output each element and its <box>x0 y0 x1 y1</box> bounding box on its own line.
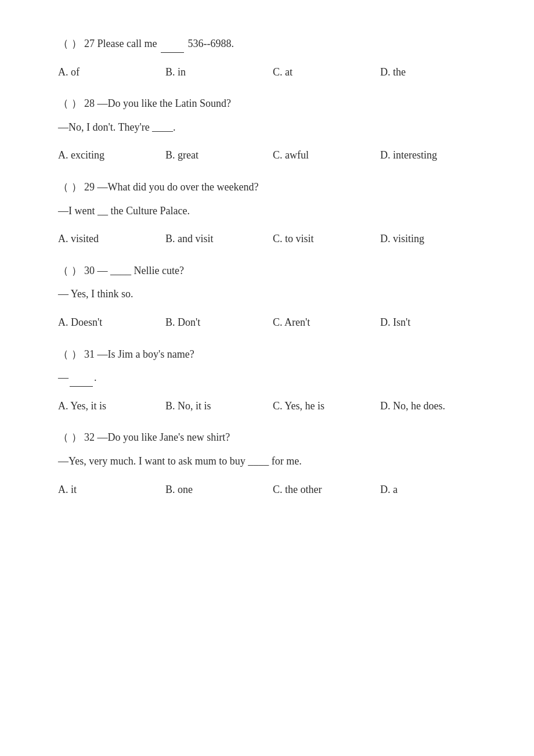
q27-suffix: 536--6988. <box>185 38 234 49</box>
question-27-line: （ ） 27 Please call me 536--6988. <box>58 35 488 53</box>
q31-option-d: D. No, he does. <box>380 397 488 415</box>
q27-option-a: A. of <box>58 63 165 81</box>
q29-option-d-label: D. visiting <box>380 233 424 244</box>
q30-option-a-label: A. Doesn't <box>58 316 102 328</box>
q30-number: 30 <box>84 265 98 276</box>
q27-option-b-label: B. in <box>165 66 186 78</box>
question-29-line: （ ） 29 —What did you do over the weekend… <box>58 178 488 196</box>
q27-bracket: （ ） <box>58 38 82 49</box>
q31-number: 31 <box>84 348 98 360</box>
q31-answer: —. <box>58 369 488 387</box>
q32-option-c: C. the other <box>273 481 380 499</box>
q29-option-c: C. to visit <box>273 230 380 248</box>
q29-number: 29 <box>84 181 98 193</box>
question-31: （ ） 31 —Is Jim a boy's name? —. A. Yes, … <box>58 345 488 415</box>
q31-option-c-label: C. Yes, he is <box>273 400 324 412</box>
q28-options: A. exciting B. great C. awful D. interes… <box>58 146 488 164</box>
q31-period: . <box>94 372 97 383</box>
q31-option-a-label: A. Yes, it is <box>58 400 106 412</box>
q30-option-b-label: B. Don't <box>165 316 200 328</box>
q30-answer-text: — Yes, I think so. <box>58 288 134 300</box>
q29-option-a: A. visited <box>58 230 165 248</box>
q31-option-a: A. Yes, it is <box>58 397 165 415</box>
q27-option-a-label: A. of <box>58 66 80 78</box>
q28-option-d-label: D. interesting <box>380 149 437 161</box>
q29-answer: —I went __ the Culture Palace. <box>58 202 488 220</box>
question-28-line: （ ） 28 —Do you like the Latin Sound? <box>58 95 488 113</box>
q28-text: —Do you like the Latin Sound? <box>98 98 231 109</box>
q31-blank <box>70 386 93 387</box>
question-30: （ ） 30 — ____ Nellie cute? — Yes, I thin… <box>58 262 488 332</box>
q30-answer: — Yes, I think so. <box>58 285 488 303</box>
q29-option-b: B. and visit <box>165 230 273 248</box>
q30-bracket: （ ） <box>58 265 82 276</box>
q32-answer-text: —Yes, very much. I want to ask mum to bu… <box>58 455 302 467</box>
q31-option-b: B. No, it is <box>165 397 273 415</box>
q31-options: A. Yes, it is B. No, it is C. Yes, he is… <box>58 397 488 415</box>
q29-options: A. visited B. and visit C. to visit D. v… <box>58 230 488 248</box>
q30-text: — ____ Nellie cute? <box>98 265 184 276</box>
q32-options: A. it B. one C. the other D. a <box>58 481 488 499</box>
q32-option-d: D. a <box>380 481 488 499</box>
q28-answer-text: —No, I don't. They're ____. <box>58 121 176 133</box>
q27-option-b: B. in <box>165 63 273 81</box>
q32-bracket: （ ） <box>58 431 82 443</box>
question-28: （ ） 28 —Do you like the Latin Sound? —No… <box>58 95 488 164</box>
q29-option-a-label: A. visited <box>58 233 99 244</box>
question-30-line: （ ） 30 — ____ Nellie cute? <box>58 262 488 280</box>
q32-option-a-label: A. it <box>58 484 77 495</box>
q30-option-d: D. Isn't <box>380 314 488 332</box>
q31-option-b-label: B. No, it is <box>165 400 211 412</box>
q28-option-b: B. great <box>165 146 273 164</box>
q28-bracket: （ ） <box>58 98 82 109</box>
q30-option-c-label: C. Aren't <box>273 316 310 328</box>
q32-option-b-label: B. one <box>165 484 193 495</box>
q29-bracket: （ ） <box>58 181 82 193</box>
q31-dash: — <box>58 372 68 383</box>
q29-option-c-label: C. to visit <box>273 233 314 244</box>
question-32-line: （ ） 32 —Do you like Jane's new shirt? <box>58 429 488 447</box>
q30-options: A. Doesn't B. Don't C. Aren't D. Isn't <box>58 314 488 332</box>
q27-option-d: D. the <box>380 63 488 81</box>
q27-option-c: C. at <box>273 63 380 81</box>
question-27: （ ） 27 Please call me 536--6988. A. of B… <box>58 35 488 81</box>
q32-option-a: A. it <box>58 481 165 499</box>
question-32: （ ） 32 —Do you like Jane's new shirt? —Y… <box>58 429 488 498</box>
q29-answer-text: —I went __ the Culture Palace. <box>58 205 190 217</box>
q32-number: 32 <box>84 431 98 443</box>
q32-option-d-label: D. a <box>380 484 398 495</box>
q27-number: 27 <box>84 38 98 49</box>
q27-option-d-label: D. the <box>380 66 406 78</box>
q28-option-d: D. interesting <box>380 146 488 164</box>
q29-text: —What did you do over the weekend? <box>98 181 259 193</box>
q27-text: Please call me <box>98 38 160 49</box>
q31-option-d-label: D. No, he does. <box>380 400 445 412</box>
q27-option-c-label: C. at <box>273 66 293 78</box>
q28-option-a-label: A. exciting <box>58 149 104 161</box>
q28-answer: —No, I don't. They're ____. <box>58 118 488 136</box>
q28-option-c-label: C. awful <box>273 149 309 161</box>
question-31-line: （ ） 31 —Is Jim a boy's name? <box>58 345 488 363</box>
q31-option-c: C. Yes, he is <box>273 397 380 415</box>
q30-option-b: B. Don't <box>165 314 273 332</box>
q30-option-a: A. Doesn't <box>58 314 165 332</box>
q31-text: —Is Jim a boy's name? <box>98 348 194 360</box>
q28-option-c: C. awful <box>273 146 380 164</box>
question-29: （ ） 29 —What did you do over the weekend… <box>58 178 488 248</box>
q27-options: A. of B. in C. at D. the <box>58 63 488 81</box>
q32-answer: —Yes, very much. I want to ask mum to bu… <box>58 452 488 470</box>
q28-option-b-label: B. great <box>165 149 199 161</box>
q32-option-c-label: C. the other <box>273 484 322 495</box>
q32-text: —Do you like Jane's new shirt? <box>98 431 230 443</box>
q29-option-b-label: B. and visit <box>165 233 214 244</box>
q31-bracket: （ ） <box>58 348 82 360</box>
q30-option-c: C. Aren't <box>273 314 380 332</box>
q30-option-d-label: D. Isn't <box>380 316 410 328</box>
q27-blank <box>161 52 184 53</box>
q29-option-d: D. visiting <box>380 230 488 248</box>
q28-number: 28 <box>84 98 98 109</box>
q28-option-a: A. exciting <box>58 146 165 164</box>
q32-option-b: B. one <box>165 481 273 499</box>
